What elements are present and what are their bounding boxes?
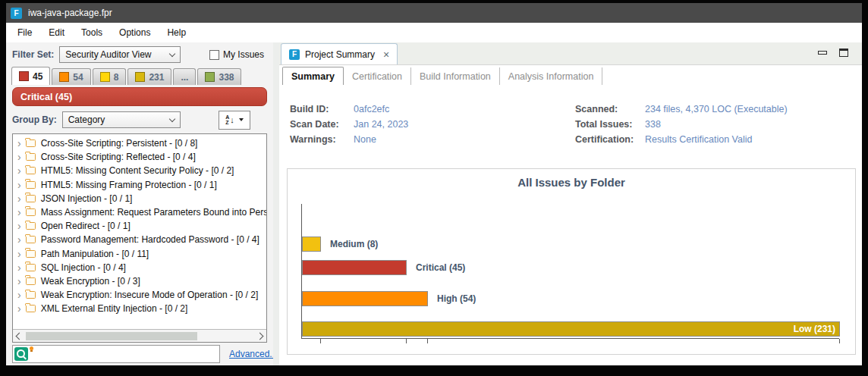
severity-count: 338 bbox=[219, 72, 234, 83]
folder-icon bbox=[26, 305, 36, 312]
close-icon[interactable]: × bbox=[383, 51, 389, 58]
expand-chevron-icon[interactable]: › bbox=[17, 167, 21, 174]
expand-chevron-icon[interactable]: › bbox=[17, 208, 21, 216]
expand-chevron-icon[interactable]: › bbox=[17, 195, 21, 202]
tab-analysis-information[interactable]: Analysis Information bbox=[500, 67, 603, 85]
search-input[interactable] bbox=[36, 347, 218, 361]
issue-tree: ›Cross-Site Scripting: Persistent - [0 /… bbox=[13, 134, 266, 329]
folder-icon bbox=[26, 181, 36, 189]
tree-item[interactable]: ›Cross-Site Scripting: Persistent - [0 /… bbox=[13, 136, 266, 150]
issue-tree-container: ›Cross-Site Scripting: Persistent - [0 /… bbox=[12, 133, 267, 343]
menu-item-edit[interactable]: Edit bbox=[40, 27, 73, 38]
tree-item-label: Cross-Site Scripting: Reflected - [0 / 4… bbox=[41, 152, 196, 162]
minimize-icon[interactable] bbox=[818, 51, 827, 55]
tree-item-label: HTML5: Missing Content Security Policy -… bbox=[41, 165, 234, 176]
tree-item[interactable]: ›Path Manipulation - [0 / 11] bbox=[13, 247, 266, 261]
severity-color-swatch bbox=[205, 72, 215, 82]
tree-item[interactable]: ›JSON Injection - [0 / 1] bbox=[13, 192, 266, 205]
editor-tab-project-summary[interactable]: F Project Summary × bbox=[281, 43, 398, 64]
bar-critical bbox=[302, 260, 407, 275]
maximize-icon[interactable] bbox=[839, 49, 848, 57]
fortify-icon: F bbox=[289, 49, 300, 60]
expand-chevron-icon[interactable]: › bbox=[17, 181, 21, 189]
tree-item[interactable]: ›Mass Assignment: Request Parameters Bou… bbox=[13, 205, 266, 219]
info-row: Build ID:0afc2efc bbox=[290, 102, 575, 117]
bar-label: High (54) bbox=[437, 291, 476, 306]
scrollbar-thumb[interactable] bbox=[26, 332, 197, 340]
build-info: Build ID:0afc2efcScan Date:Jan 24, 2023W… bbox=[290, 102, 851, 147]
scroll-left-arrow-icon[interactable] bbox=[16, 332, 24, 340]
chevron-down-icon bbox=[169, 50, 175, 56]
folder-icon bbox=[26, 291, 36, 299]
severity-tab-231[interactable]: 231 bbox=[127, 68, 171, 85]
menu-item-help[interactable]: Help bbox=[159, 27, 194, 38]
severity-tabs: 45548231...338 bbox=[6, 67, 273, 85]
severity-tab-54[interactable]: 54 bbox=[52, 68, 90, 85]
severity-count: 45 bbox=[33, 71, 42, 82]
bar-medium bbox=[302, 237, 321, 252]
bar-label: Low (231) bbox=[794, 321, 835, 337]
info-value: Results Certification Valid bbox=[645, 134, 753, 145]
expand-chevron-icon[interactable]: › bbox=[17, 277, 21, 285]
project-summary-panel: F Project Summary × SummaryCertification… bbox=[279, 42, 862, 365]
expand-chevron-icon[interactable]: › bbox=[17, 139, 21, 147]
tree-item[interactable]: ›HTML5: Missing Framing Protection - [0 … bbox=[13, 178, 266, 192]
tree-item[interactable]: ›Password Management: Hardcoded Password… bbox=[13, 233, 266, 246]
menu-item-options[interactable]: Options bbox=[111, 27, 159, 38]
folder-icon bbox=[26, 277, 36, 285]
folder-icon bbox=[26, 250, 36, 258]
severity-tab-45[interactable]: 45 bbox=[11, 67, 50, 85]
x-axis-tick bbox=[320, 339, 321, 343]
tree-item[interactable]: ›Weak Encryption: Insecure Mode of Opera… bbox=[13, 288, 266, 302]
group-by-select[interactable]: Category bbox=[62, 111, 181, 128]
severity-tab-8[interactable]: 8 bbox=[93, 68, 127, 85]
search-field[interactable] bbox=[12, 345, 220, 363]
tree-item[interactable]: ›Cross-Site Scripting: Reflected - [0 / … bbox=[13, 150, 266, 164]
expand-chevron-icon[interactable]: › bbox=[17, 305, 21, 312]
severity-tab-338[interactable]: 338 bbox=[197, 68, 241, 85]
my-issues-checkbox[interactable] bbox=[209, 50, 219, 60]
bar-label: Critical (45) bbox=[416, 260, 465, 275]
chevron-down-icon bbox=[168, 115, 175, 121]
tree-item-label: Password Management: Hardcoded Password … bbox=[41, 234, 259, 245]
search-icon[interactable] bbox=[14, 347, 28, 361]
tree-item[interactable]: ›SQL Injection - [0 / 4] bbox=[13, 261, 266, 274]
severity-color-swatch bbox=[59, 72, 69, 82]
scroll-right-arrow-icon[interactable] bbox=[256, 332, 264, 340]
tree-item[interactable]: ›XML External Entity Injection - [0 / 2] bbox=[13, 302, 266, 315]
bar-high bbox=[302, 291, 428, 306]
menu-item-tools[interactable]: Tools bbox=[73, 27, 111, 38]
fortify-app-icon: F bbox=[11, 8, 22, 19]
expand-chevron-icon[interactable]: › bbox=[17, 264, 21, 271]
tree-item[interactable]: ›Weak Encryption - [0 / 3] bbox=[13, 274, 266, 288]
main-area: Filter Set: Security Auditor View My Iss… bbox=[6, 42, 862, 365]
view-buttons bbox=[818, 49, 848, 57]
expand-chevron-icon[interactable]: › bbox=[17, 250, 21, 258]
info-row: Scanned:234 files, 4,370 LOC (Executable… bbox=[575, 102, 788, 117]
tab-build-information[interactable]: Build Information bbox=[411, 67, 500, 85]
expand-chevron-icon[interactable]: › bbox=[17, 153, 21, 161]
sort-alpha-button[interactable]: AZ ↓ bbox=[219, 111, 250, 130]
info-row: Warnings:None bbox=[290, 132, 575, 147]
filter-set-select[interactable]: Security Auditor View bbox=[59, 46, 181, 63]
expand-chevron-icon[interactable]: › bbox=[17, 222, 21, 230]
folder-icon bbox=[26, 236, 36, 243]
tab-summary[interactable]: Summary bbox=[282, 67, 344, 85]
summary-content: Build ID:0afc2efcScan Date:Jan 24, 2023W… bbox=[279, 85, 862, 365]
tree-item[interactable]: ›Open Redirect - [0 / 1] bbox=[13, 219, 266, 233]
expand-chevron-icon[interactable]: › bbox=[17, 291, 21, 299]
critical-banner[interactable]: Critical (45) bbox=[12, 87, 267, 106]
horizontal-scrollbar[interactable] bbox=[13, 329, 266, 342]
expand-chevron-icon[interactable]: › bbox=[17, 236, 21, 243]
severity-tab-[interactable]: ... bbox=[173, 68, 196, 85]
tree-item[interactable]: ›HTML5: Missing Content Security Policy … bbox=[13, 164, 266, 177]
build-info-left-column: Build ID:0afc2efcScan Date:Jan 24, 2023W… bbox=[290, 102, 575, 147]
tree-item-label: Weak Encryption - [0 / 3] bbox=[41, 276, 140, 287]
menu-item-file[interactable]: File bbox=[9, 27, 40, 38]
tree-item-label: Weak Encryption: Insecure Mode of Operat… bbox=[41, 290, 259, 300]
tab-certification[interactable]: Certification bbox=[344, 67, 411, 85]
group-by-label: Group By: bbox=[12, 114, 57, 125]
advanced-link[interactable]: Advanced... bbox=[229, 349, 277, 359]
panel-splitter[interactable] bbox=[273, 42, 279, 365]
sort-az-icon: AZ bbox=[225, 114, 229, 125]
